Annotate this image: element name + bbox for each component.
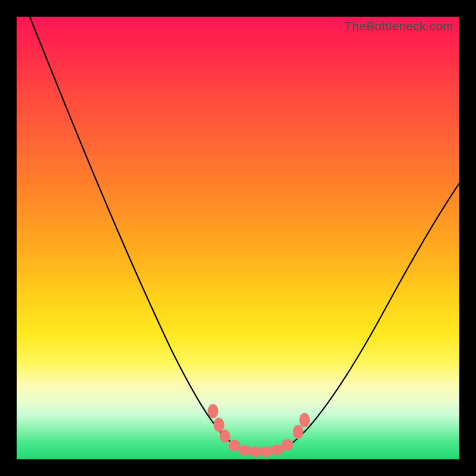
- curve-layer: [17, 17, 459, 459]
- marker-dot: [220, 430, 230, 443]
- chart-frame: TheBottleneck.com: [0, 0, 476, 476]
- marker-dot: [293, 425, 303, 439]
- plot-area: TheBottleneck.com: [17, 17, 459, 459]
- marker-dot: [228, 440, 240, 452]
- marker-dot: [214, 418, 224, 432]
- marker-dot: [281, 439, 293, 451]
- marker-dot: [208, 404, 218, 418]
- marker-dot: [299, 413, 310, 427]
- marker-group: [208, 404, 310, 457]
- bottleneck-curve: [30, 17, 459, 452]
